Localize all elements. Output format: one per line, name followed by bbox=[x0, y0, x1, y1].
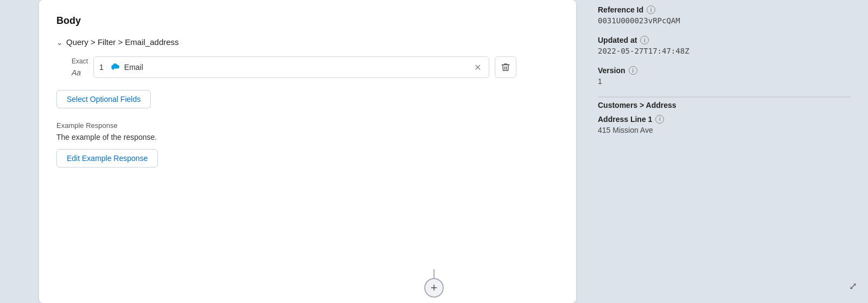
case-sensitive-icon: Aa bbox=[72, 68, 81, 77]
body-title: Body bbox=[56, 15, 559, 27]
address-line1-info-icon[interactable]: i bbox=[655, 115, 664, 124]
clear-filter-icon[interactable]: ✕ bbox=[472, 62, 483, 73]
reference-id-label-text: Reference Id bbox=[598, 5, 643, 14]
breadcrumb-text: Query > Filter > Email_address bbox=[66, 37, 179, 47]
example-response-label: Example Response bbox=[56, 121, 559, 130]
version-label: Version i bbox=[598, 66, 851, 75]
filter-input-wrapper[interactable]: 1 Email ✕ bbox=[93, 56, 489, 78]
filter-input-text: Email bbox=[124, 63, 469, 72]
updated-at-section: Updated at i 2022-05-27T17:47:48Z bbox=[598, 36, 851, 55]
address-line1-value: 415 Mission Ave bbox=[598, 126, 851, 134]
reference-id-label: Reference Id i bbox=[598, 5, 851, 14]
updated-at-label-text: Updated at bbox=[598, 36, 637, 44]
salesforce-badge bbox=[109, 61, 121, 73]
filter-input-number: 1 bbox=[99, 63, 104, 72]
reference-id-value: 0031U000023vRPcQAM bbox=[598, 16, 851, 25]
salesforce-cloud-icon bbox=[109, 61, 121, 73]
updated-at-value: 2022-05-27T17:47:48Z bbox=[598, 47, 851, 55]
right-panel: Reference Id i 0031U000023vRPcQAM Update… bbox=[576, 0, 868, 303]
connector-line bbox=[433, 269, 435, 278]
reference-id-section: Reference Id i 0031U000023vRPcQAM bbox=[598, 5, 851, 25]
version-value: 1 bbox=[598, 77, 851, 86]
expand-icon[interactable]: ⤢ bbox=[849, 280, 857, 292]
example-response-text: The example of the response. bbox=[56, 133, 559, 141]
updated-at-label: Updated at i bbox=[598, 36, 851, 44]
main-container: Body ⌄ Query > Filter > Email_address Ex… bbox=[0, 0, 868, 303]
filter-row: Exact Aa 1 Email ✕ bbox=[56, 56, 559, 78]
add-step-button[interactable]: + bbox=[424, 278, 444, 298]
reference-id-info-icon[interactable]: i bbox=[647, 5, 655, 14]
edit-example-response-label: Edit Example Response bbox=[67, 154, 148, 163]
address-line1-label: Address Line 1 i bbox=[598, 115, 851, 124]
exact-label-container: Exact Aa bbox=[72, 57, 88, 77]
delete-filter-button[interactable] bbox=[495, 56, 516, 78]
customers-address-heading: Customers > Address bbox=[598, 101, 851, 109]
add-button-area: + bbox=[424, 269, 444, 298]
version-info-icon[interactable]: i bbox=[629, 66, 637, 75]
example-response-section: Example Response The example of the resp… bbox=[56, 121, 559, 167]
version-section: Version i 1 bbox=[598, 66, 851, 86]
select-optional-fields-label: Select Optional Fields bbox=[67, 95, 141, 104]
address-line1-section: Address Line 1 i 415 Mission Ave bbox=[598, 115, 851, 134]
trash-icon bbox=[501, 62, 510, 72]
select-optional-fields-button[interactable]: Select Optional Fields bbox=[56, 90, 151, 108]
edit-example-response-button[interactable]: Edit Example Response bbox=[56, 149, 158, 167]
exact-label: Exact bbox=[72, 57, 88, 65]
breadcrumb-row: ⌄ Query > Filter > Email_address bbox=[56, 37, 559, 47]
section-divider bbox=[598, 96, 851, 98]
collapse-icon[interactable]: ⌄ bbox=[56, 38, 63, 47]
plus-icon: + bbox=[431, 281, 438, 295]
left-panel: Body ⌄ Query > Filter > Email_address Ex… bbox=[39, 0, 576, 303]
updated-at-info-icon[interactable]: i bbox=[640, 36, 649, 44]
version-label-text: Version bbox=[598, 66, 626, 75]
address-line1-label-text: Address Line 1 bbox=[598, 115, 652, 124]
